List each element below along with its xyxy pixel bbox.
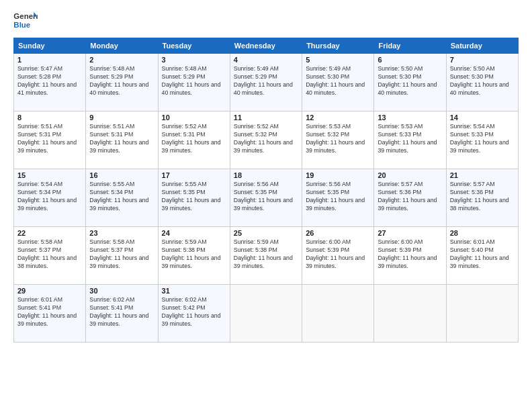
calendar-day: 10Sunrise: 5:52 AMSunset: 5:31 PMDayligh… <box>158 111 230 169</box>
header: General Blue <box>13 11 519 31</box>
calendar-day <box>302 285 374 342</box>
day-detail: Sunrise: 5:48 AMSunset: 5:29 PMDaylight:… <box>89 65 154 97</box>
day-detail: Sunrise: 5:57 AMSunset: 5:36 PMDaylight:… <box>378 181 442 213</box>
day-number: 18 <box>234 171 298 179</box>
calendar-day: 18Sunrise: 5:56 AMSunset: 5:35 PMDayligh… <box>230 169 302 227</box>
day-number: 1 <box>17 56 82 64</box>
day-detail: Sunrise: 5:58 AMSunset: 5:37 PMDaylight:… <box>17 238 82 271</box>
day-number: 30 <box>89 287 154 295</box>
calendar-day: 3Sunrise: 5:48 AMSunset: 5:29 PMDaylight… <box>158 54 230 111</box>
day-detail: Sunrise: 5:53 AMSunset: 5:33 PMDaylight:… <box>378 123 442 155</box>
day-detail: Sunrise: 5:55 AMSunset: 5:35 PMDaylight:… <box>162 181 226 213</box>
calendar-day: 9Sunrise: 5:51 AMSunset: 5:31 PMDaylight… <box>86 111 158 169</box>
calendar-day: 20Sunrise: 5:57 AMSunset: 5:36 PMDayligh… <box>374 169 446 227</box>
calendar-day: 17Sunrise: 5:55 AMSunset: 5:35 PMDayligh… <box>158 169 230 227</box>
calendar-week-2: 8Sunrise: 5:51 AMSunset: 5:31 PMDaylight… <box>14 111 519 169</box>
weekday-header-friday: Friday <box>374 38 446 54</box>
day-detail: Sunrise: 6:00 AMSunset: 5:39 PMDaylight:… <box>378 238 442 271</box>
day-detail: Sunrise: 5:55 AMSunset: 5:34 PMDaylight:… <box>89 181 154 213</box>
day-number: 26 <box>306 229 370 237</box>
calendar-day: 25Sunrise: 5:59 AMSunset: 5:38 PMDayligh… <box>230 227 302 285</box>
calendar-day: 6Sunrise: 5:50 AMSunset: 5:30 PMDaylight… <box>374 54 446 111</box>
day-number: 31 <box>162 287 226 295</box>
day-number: 29 <box>17 287 82 295</box>
calendar-day: 26Sunrise: 6:00 AMSunset: 5:39 PMDayligh… <box>302 227 374 285</box>
calendar-week-3: 15Sunrise: 5:54 AMSunset: 5:34 PMDayligh… <box>14 169 519 227</box>
logo: General Blue <box>13 11 38 31</box>
day-detail: Sunrise: 5:51 AMSunset: 5:31 PMDaylight:… <box>89 123 154 155</box>
day-number: 10 <box>162 113 226 122</box>
day-number: 3 <box>162 56 226 64</box>
day-detail: Sunrise: 6:01 AMSunset: 5:41 PMDaylight:… <box>17 296 82 328</box>
day-number: 13 <box>378 113 442 122</box>
day-number: 28 <box>450 229 515 237</box>
calendar-day: 4Sunrise: 5:49 AMSunset: 5:29 PMDaylight… <box>230 54 302 111</box>
calendar-table: SundayMondayTuesdayWednesdayThursdayFrid… <box>13 38 519 342</box>
calendar-day: 2Sunrise: 5:48 AMSunset: 5:29 PMDaylight… <box>86 54 158 111</box>
weekday-header-tuesday: Tuesday <box>158 38 230 54</box>
day-detail: Sunrise: 5:52 AMSunset: 5:31 PMDaylight:… <box>162 123 226 155</box>
day-number: 7 <box>450 56 515 64</box>
day-detail: Sunrise: 6:02 AMSunset: 5:42 PMDaylight:… <box>162 296 226 328</box>
weekday-header-thursday: Thursday <box>302 38 374 54</box>
day-detail: Sunrise: 5:47 AMSunset: 5:28 PMDaylight:… <box>17 65 82 97</box>
calendar-day: 19Sunrise: 5:56 AMSunset: 5:35 PMDayligh… <box>302 169 374 227</box>
day-number: 14 <box>450 113 515 122</box>
calendar-day: 13Sunrise: 5:53 AMSunset: 5:33 PMDayligh… <box>374 111 446 169</box>
calendar-day: 31Sunrise: 6:02 AMSunset: 5:42 PMDayligh… <box>158 285 230 342</box>
calendar-day: 30Sunrise: 6:02 AMSunset: 5:41 PMDayligh… <box>86 285 158 342</box>
day-detail: Sunrise: 5:54 AMSunset: 5:34 PMDaylight:… <box>17 181 82 213</box>
weekday-header-sunday: Sunday <box>14 38 86 54</box>
calendar-day: 24Sunrise: 5:59 AMSunset: 5:38 PMDayligh… <box>158 227 230 285</box>
day-number: 20 <box>378 171 442 179</box>
calendar-day: 29Sunrise: 6:01 AMSunset: 5:41 PMDayligh… <box>14 285 86 342</box>
day-number: 27 <box>378 229 442 237</box>
day-number: 5 <box>306 56 370 64</box>
day-number: 11 <box>234 113 298 122</box>
day-number: 23 <box>89 229 154 237</box>
page: General Blue SundayMondayTuesdayWednesda… <box>0 0 532 411</box>
day-number: 25 <box>234 229 298 237</box>
calendar-day: 21Sunrise: 5:57 AMSunset: 5:36 PMDayligh… <box>446 169 518 227</box>
day-number: 6 <box>378 56 442 64</box>
day-detail: Sunrise: 5:50 AMSunset: 5:30 PMDaylight:… <box>450 65 515 97</box>
logo-icon: General Blue <box>13 11 38 31</box>
day-number: 2 <box>89 56 154 64</box>
day-detail: Sunrise: 5:49 AMSunset: 5:30 PMDaylight:… <box>306 65 370 97</box>
day-detail: Sunrise: 6:02 AMSunset: 5:41 PMDaylight:… <box>89 296 154 328</box>
day-detail: Sunrise: 5:56 AMSunset: 5:35 PMDaylight:… <box>234 181 298 213</box>
calendar-day <box>446 285 518 342</box>
day-detail: Sunrise: 5:49 AMSunset: 5:29 PMDaylight:… <box>234 65 298 97</box>
weekday-header-wednesday: Wednesday <box>230 38 302 54</box>
day-detail: Sunrise: 5:59 AMSunset: 5:38 PMDaylight:… <box>162 238 226 271</box>
calendar-day <box>230 285 302 342</box>
calendar-day: 14Sunrise: 5:54 AMSunset: 5:33 PMDayligh… <box>446 111 518 169</box>
day-detail: Sunrise: 6:01 AMSunset: 5:40 PMDaylight:… <box>450 238 515 271</box>
calendar-day: 15Sunrise: 5:54 AMSunset: 5:34 PMDayligh… <box>14 169 86 227</box>
day-detail: Sunrise: 5:50 AMSunset: 5:30 PMDaylight:… <box>378 65 442 97</box>
day-number: 15 <box>17 171 82 179</box>
day-number: 8 <box>17 113 82 122</box>
calendar-day: 22Sunrise: 5:58 AMSunset: 5:37 PMDayligh… <box>14 227 86 285</box>
calendar-day: 1Sunrise: 5:47 AMSunset: 5:28 PMDaylight… <box>14 54 86 111</box>
calendar-day: 12Sunrise: 5:53 AMSunset: 5:32 PMDayligh… <box>302 111 374 169</box>
day-number: 22 <box>17 229 82 237</box>
day-number: 19 <box>306 171 370 179</box>
day-number: 4 <box>234 56 298 64</box>
svg-text:Blue: Blue <box>13 21 30 29</box>
calendar-week-4: 22Sunrise: 5:58 AMSunset: 5:37 PMDayligh… <box>14 227 519 285</box>
calendar-day: 5Sunrise: 5:49 AMSunset: 5:30 PMDaylight… <box>302 54 374 111</box>
calendar-day: 16Sunrise: 5:55 AMSunset: 5:34 PMDayligh… <box>86 169 158 227</box>
calendar-day: 27Sunrise: 6:00 AMSunset: 5:39 PMDayligh… <box>374 227 446 285</box>
calendar-day: 8Sunrise: 5:51 AMSunset: 5:31 PMDaylight… <box>14 111 86 169</box>
day-number: 12 <box>306 113 370 122</box>
day-detail: Sunrise: 5:59 AMSunset: 5:38 PMDaylight:… <box>234 238 298 271</box>
calendar-day <box>374 285 446 342</box>
calendar-week-1: 1Sunrise: 5:47 AMSunset: 5:28 PMDaylight… <box>14 54 519 111</box>
weekday-header-row: SundayMondayTuesdayWednesdayThursdayFrid… <box>14 38 519 54</box>
day-detail: Sunrise: 5:53 AMSunset: 5:32 PMDaylight:… <box>306 123 370 155</box>
calendar-week-5: 29Sunrise: 6:01 AMSunset: 5:41 PMDayligh… <box>14 285 519 342</box>
day-detail: Sunrise: 5:57 AMSunset: 5:36 PMDaylight:… <box>450 181 515 213</box>
day-detail: Sunrise: 5:51 AMSunset: 5:31 PMDaylight:… <box>17 123 82 155</box>
day-number: 24 <box>162 229 226 237</box>
